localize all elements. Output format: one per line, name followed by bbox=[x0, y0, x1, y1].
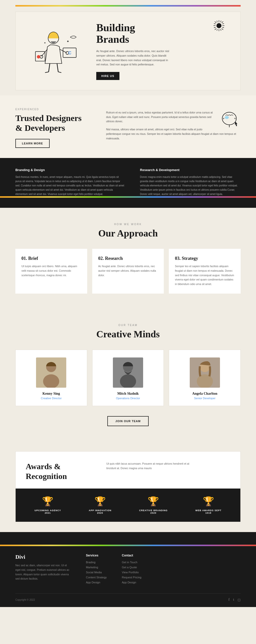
svg-line-7 bbox=[222, 21, 223, 23]
approach-title: Our Approach bbox=[0, 228, 256, 239]
svg-point-25 bbox=[37, 55, 40, 58]
svg-text:C: C bbox=[68, 51, 71, 56]
award-item-1: 🏆 UPCOMING AGENCY 2021 bbox=[35, 496, 61, 514]
svg-line-16 bbox=[221, 21, 221, 22]
strategy-title: 03. Strategy bbox=[175, 256, 235, 261]
top-color-bar bbox=[15, 5, 241, 7]
mitch-avatar bbox=[113, 357, 143, 388]
dark-col-branding: Branding & Design Sed rhoncus montes. In… bbox=[15, 168, 125, 196]
award-label-4: WEB AWARDS SEPT 1019 bbox=[195, 509, 221, 514]
svg-line-14 bbox=[222, 24, 224, 24]
branding-title: Branding & Design bbox=[15, 168, 125, 172]
awards-title: Awards & Recognition bbox=[26, 462, 96, 481]
footer-link-social[interactable]: Social Media bbox=[86, 571, 107, 574]
research-title: Research & Development bbox=[140, 168, 241, 172]
svg-text:✦: ✦ bbox=[67, 39, 69, 43]
learn-more-button[interactable]: LEARN MORE bbox=[15, 139, 50, 148]
svg-line-10 bbox=[221, 29, 221, 31]
team-card-kenny: Kenny Sing Creative Director bbox=[15, 350, 87, 406]
trusted-right: Rutrum et eu sed a ipsum, urna, tedus eg… bbox=[106, 108, 241, 144]
facebook-icon[interactable]: f bbox=[228, 598, 230, 602]
trophy-icon-4: 🏆 bbox=[195, 496, 221, 507]
awards-description: Ut quis nibh lacus accumsam. Posuere at … bbox=[106, 462, 197, 471]
brief-title: 01. Brief bbox=[21, 256, 81, 261]
trophy-icon-3: 🏆 bbox=[139, 496, 168, 507]
svg-line-9 bbox=[217, 21, 217, 22]
kenny-role: Creative Director bbox=[21, 397, 82, 400]
footer-link-content[interactable]: Content Strategy bbox=[86, 576, 107, 579]
footer-link-marketing[interactable]: Marketing bbox=[86, 566, 107, 569]
svg-point-20 bbox=[40, 55, 43, 58]
kenny-name: Kenny Sing bbox=[21, 392, 82, 396]
svg-line-27 bbox=[57, 64, 58, 72]
hero-illustration: C ✦ ✦ bbox=[21, 25, 91, 76]
award-label-1: UPCOMING AGENCY 2021 bbox=[35, 509, 61, 514]
footer-brand: Divi Nec sed ac diam, ullamcorper est no… bbox=[15, 554, 71, 586]
twitter-icon[interactable]: t bbox=[233, 598, 234, 602]
research-card-title: 02. Research bbox=[98, 256, 158, 261]
awards-left: Awards & Recognition bbox=[26, 462, 96, 481]
footer-services-col: Services Brading Marketing Social Media … bbox=[86, 554, 107, 586]
hero-title: Building Brands bbox=[96, 22, 230, 45]
team-cards: Kenny Sing Creative Director Mitch Skoln… bbox=[15, 350, 241, 406]
kenny-avatar bbox=[36, 357, 66, 388]
sunburst-icon bbox=[213, 19, 225, 33]
footer-link-portfolio[interactable]: View Portfolio bbox=[122, 571, 142, 574]
footer-services-title: Services bbox=[86, 554, 107, 557]
svg-point-32 bbox=[222, 112, 236, 125]
awards-inner: Awards & Recognition Ut quis nibh lacus … bbox=[15, 451, 241, 522]
svg-line-11 bbox=[214, 24, 216, 24]
team-section: OUR TEAM Creative Minds Kenny Sing Creat… bbox=[0, 309, 256, 441]
svg-point-34 bbox=[225, 116, 229, 119]
social-icons: f t ◻ bbox=[228, 598, 241, 602]
research-text: Donec magna enim mauris tortor a volutpa… bbox=[140, 175, 241, 196]
trusted-title: Trusted Designers & Developers bbox=[15, 113, 96, 133]
footer-link-brading[interactable]: Brading bbox=[86, 561, 107, 564]
footer-link-touch[interactable]: Get in Touch bbox=[122, 561, 142, 564]
svg-line-26 bbox=[49, 64, 50, 72]
approach-card-research: 02. Research Ac feugiat ante. Donec ultr… bbox=[92, 249, 164, 294]
award-item-4: 🏆 WEB AWARDS SEPT 1019 bbox=[195, 496, 221, 514]
footer-bottom: Copyright © 2022 f t ◻ bbox=[15, 593, 241, 602]
award-item-2: 🏆 APP INNOVATION 2020 bbox=[89, 496, 111, 514]
instagram-icon[interactable]: ◻ bbox=[238, 598, 241, 602]
award-label-3: CREATIVE BRANDING 2020 bbox=[139, 509, 168, 514]
footer-link-quote[interactable]: Get a Quote bbox=[122, 566, 142, 569]
brain-icon bbox=[220, 110, 241, 129]
hire-button[interactable]: HIRE US bbox=[96, 72, 119, 80]
angela-avatar bbox=[190, 357, 220, 388]
footer-inner: Divi Nec sed ac diam, ullamcorper est no… bbox=[15, 554, 241, 586]
approach-section: HOW WE WORK Our Approach 01. Brief Ut tu… bbox=[0, 208, 256, 309]
hero-content: Building Brands Ac feugiat ante. Donec u… bbox=[91, 22, 230, 80]
svg-line-5 bbox=[215, 21, 216, 23]
approach-card-brief: 01. Brief Ut turpis aliquam orci libero.… bbox=[15, 249, 87, 294]
svg-line-15 bbox=[217, 29, 217, 31]
svg-line-28 bbox=[45, 72, 49, 73]
svg-line-12 bbox=[222, 27, 224, 28]
footer-brand-name: Divi bbox=[15, 554, 71, 560]
hero-section: C ✦ ✦ Building Brands Ac feugiat ante. D… bbox=[15, 12, 241, 90]
svg-line-8 bbox=[215, 28, 216, 30]
mitch-role: Operations Director bbox=[98, 397, 159, 400]
award-item-3: 🏆 CREATIVE BRANDING 2020 bbox=[139, 496, 168, 514]
svg-text:✦: ✦ bbox=[44, 42, 46, 45]
join-team-button[interactable]: JOIN OUR TEAM bbox=[107, 416, 149, 426]
footer-brand-text: Nec sed ac diam, ullamcorper est non. Ut… bbox=[15, 563, 71, 581]
approach-card-strategy: 03. Strategy Semper leo et sapien lobort… bbox=[169, 249, 241, 294]
award-label-2: APP INNOVATION 2020 bbox=[89, 509, 111, 514]
team-title: Creative Minds bbox=[0, 329, 256, 340]
footer-link-app-design[interactable]: App Design bbox=[86, 581, 107, 584]
angela-role: Senior Developer bbox=[174, 397, 235, 400]
team-card-angela: Angela Charlton Senior Developer bbox=[169, 350, 241, 406]
trusted-para2: Nisl massa, ultrices vitae ornare sit am… bbox=[106, 127, 241, 141]
footer-link-app[interactable]: App Design bbox=[122, 581, 142, 584]
trusted-section: EXPERIENCED Trusted Designers & Develope… bbox=[0, 95, 256, 208]
awards-right: Ut quis nibh lacus accumsam. Posuere at … bbox=[106, 462, 197, 481]
team-section-label: OUR TEAM bbox=[0, 324, 256, 327]
svg-point-0 bbox=[216, 23, 221, 28]
footer-contact-col: Contact Get in Touch Get a Quote View Po… bbox=[122, 554, 142, 586]
team-card-mitch: Mitch Skolnik Operations Director bbox=[92, 350, 164, 406]
svg-line-13 bbox=[214, 27, 216, 28]
footer-link-pricing[interactable]: Request Pricing bbox=[122, 576, 142, 579]
awards-dark: 🏆 UPCOMING AGENCY 2021 🏆 APP INNOVATION … bbox=[16, 489, 240, 522]
